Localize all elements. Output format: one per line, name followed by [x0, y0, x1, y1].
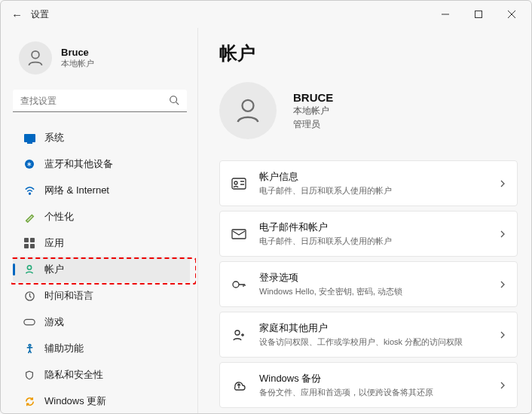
search-box[interactable] [13, 90, 187, 112]
id-card-icon [231, 178, 247, 190]
accessibility-icon [23, 343, 35, 355]
account-display-name: BRUCE [293, 91, 333, 104]
minimize-button[interactable] [429, 4, 462, 25]
sidebar-item-system[interactable]: 系统 [13, 125, 190, 151]
sidebar-item-privacy[interactable]: 隐私和安全性 [13, 362, 190, 388]
card-desc: 电子邮件、日历和联系人使用的帐户 [259, 236, 487, 247]
sidebar-item-network[interactable]: 网络 & Internet [13, 178, 190, 203]
mail-icon [231, 229, 247, 239]
svg-point-12 [243, 100, 254, 111]
app-title: 设置 [31, 8, 49, 21]
sidebar-item-personalization[interactable]: 个性化 [13, 204, 190, 230]
sidebar-item-label: 隐私和安全性 [44, 368, 103, 382]
page-title: 帐户 [219, 41, 518, 65]
wifi-icon [23, 185, 35, 196]
sidebar-item-label: 应用 [44, 236, 64, 250]
clock-language-icon [23, 291, 35, 302]
user-icon [23, 264, 35, 275]
avatar-icon [19, 41, 52, 75]
back-button[interactable]: ← [11, 8, 28, 21]
user-name: Bruce [61, 47, 94, 58]
card-title: 家庭和其他用户 [259, 321, 487, 335]
svg-point-14 [234, 181, 237, 184]
sidebar-item-label: 个性化 [44, 210, 74, 224]
svg-point-4 [32, 51, 39, 59]
sidebar-item-bluetooth[interactable]: ∗ 蓝牙和其他设备 [13, 151, 190, 177]
card-title: Windows 备份 [259, 372, 487, 385]
sidebar-item-accessibility[interactable]: 辅助功能 [13, 336, 190, 361]
brush-icon [23, 212, 35, 223]
svg-rect-1 [475, 11, 482, 18]
sidebar-item-windows-update[interactable]: Windows 更新 [13, 388, 190, 413]
backup-icon [231, 379, 247, 391]
display-icon [23, 134, 35, 142]
sidebar-item-label: 辅助功能 [44, 342, 84, 355]
svg-rect-10 [24, 319, 35, 324]
card-title: 登录选项 [259, 271, 487, 285]
sidebar-item-label: 时间和语言 [44, 289, 93, 303]
chevron-right-icon [499, 379, 506, 392]
search-input[interactable] [13, 90, 187, 112]
search-icon [169, 95, 179, 108]
account-role: 管理员 [293, 117, 333, 131]
card-desc: 设备访问权限、工作或学校用户、kiosk 分配的访问权限 [259, 336, 487, 348]
sidebar-item-apps[interactable]: 应用 [13, 230, 190, 256]
card-email-accounts[interactable]: 电子邮件和帐户 电子邮件、日历和联系人使用的帐户 [219, 211, 518, 257]
svg-line-6 [176, 102, 179, 105]
sidebar-item-label: 游戏 [44, 315, 64, 329]
chevron-right-icon [499, 328, 506, 342]
avatar-large-icon [219, 82, 277, 139]
card-family-other-users[interactable]: 家庭和其他用户 设备访问权限、工作或学校用户、kiosk 分配的访问权限 [219, 312, 518, 358]
card-windows-backup[interactable]: Windows 备份 备份文件、应用和首选项，以便跨设备将其还原 [219, 362, 518, 408]
key-icon [231, 279, 247, 291]
sidebar-item-label: 系统 [44, 131, 64, 145]
shield-icon [23, 370, 35, 381]
user-type: 本地帐户 [61, 58, 94, 69]
maximize-button[interactable] [462, 4, 495, 25]
card-desc: Windows Hello, 安全密钥, 密码, 动态锁 [259, 286, 487, 297]
sidebar-item-label: Windows 更新 [44, 394, 106, 408]
svg-point-11 [29, 344, 31, 346]
card-title: 帐户信息 [259, 170, 487, 184]
svg-point-7 [29, 193, 30, 194]
sidebar-item-accounts[interactable]: 帐户 [13, 257, 190, 282]
card-signin-options[interactable]: 登录选项 Windows Hello, 安全密钥, 密码, 动态锁 [219, 261, 518, 307]
sidebar-item-time-language[interactable]: 时间和语言 [13, 283, 190, 309]
svg-point-17 [235, 330, 240, 335]
chevron-right-icon [499, 227, 506, 241]
close-button[interactable] [495, 4, 528, 25]
sidebar-item-gaming[interactable]: 游戏 [13, 309, 190, 335]
svg-point-5 [170, 96, 177, 103]
bluetooth-icon: ∗ [23, 160, 35, 169]
apps-icon [23, 238, 35, 248]
card-desc: 电子邮件、日历和联系人使用的帐户 [259, 185, 487, 196]
card-desc: 备份文件、应用和首选项，以便跨设备将其还原 [259, 387, 487, 398]
svg-point-16 [233, 282, 239, 288]
sidebar-item-label: 帐户 [44, 263, 64, 276]
sidebar-item-label: 蓝牙和其他设备 [44, 157, 113, 171]
chevron-right-icon [499, 278, 506, 291]
add-user-icon [231, 328, 247, 342]
update-icon [23, 396, 35, 407]
card-title: 电子邮件和帐户 [259, 221, 487, 234]
account-summary: BRUCE 本地帐户 管理员 [219, 82, 518, 139]
chevron-right-icon [499, 177, 506, 190]
card-account-info[interactable]: 帐户信息 电子邮件、日历和联系人使用的帐户 [219, 160, 518, 206]
account-type: 本地帐户 [293, 104, 333, 117]
svg-rect-15 [232, 230, 246, 239]
sidebar-item-label: 网络 & Internet [44, 184, 109, 197]
current-user-block[interactable]: Bruce 本地帐户 [11, 32, 196, 87]
gamepad-icon [23, 317, 35, 327]
svg-point-8 [27, 266, 31, 269]
